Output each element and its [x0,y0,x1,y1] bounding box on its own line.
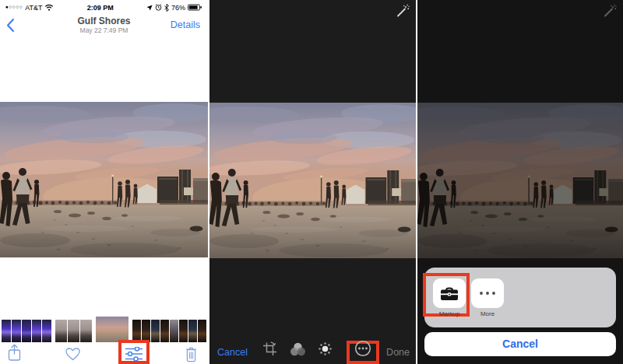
status-time: 2:09 PM [54,4,146,12]
thumbnail[interactable] [22,320,31,342]
thumbnail[interactable] [160,320,169,342]
thumbnail[interactable] [179,320,188,342]
favorite-button[interactable] [65,348,80,364]
location-arrow-icon [146,5,153,11]
photo-date-subtitle: May 22 7:49 PM [31,26,177,34]
wifi-icon [44,4,54,11]
thumbnail[interactable] [55,320,67,342]
status-left-cluster: ●○○○○ AT&T [5,4,54,12]
done-button[interactable]: Done [386,347,410,358]
more-extension-button[interactable] [471,278,504,308]
filters-button[interactable] [290,342,306,359]
beach-photo [209,103,416,258]
chevron-left-icon [6,18,15,33]
crop-icon [262,341,277,356]
carrier-label: AT&T [25,4,42,12]
markup-extension-button[interactable] [433,278,466,308]
battery-percent: 76% [171,4,185,12]
photo-editor-panel: Cancel [208,0,416,364]
thumbnail[interactable] [32,320,41,342]
photos-viewer-panel: ●○○○○ AT&T 2:09 PM [0,0,208,364]
nav-bar: Gulf Shores May 22 7:49 PM Details [0,15,208,36]
signal-dots: ●○○○○ [5,4,23,9]
heart-icon [65,348,80,361]
bluetooth-icon [164,4,169,12]
thumbnail[interactable] [12,320,21,342]
delete-button[interactable] [185,346,197,364]
adjust-icon [318,341,333,356]
toolbox-icon [439,285,459,302]
magic-wand-icon [396,4,410,18]
screenshot: ●○○○○ AT&T 2:09 PM [0,0,623,364]
thumbnail[interactable] [2,320,11,342]
ellipsis-icon [477,290,498,296]
auto-enhance-button[interactable] [396,4,410,21]
more-button[interactable] [354,340,371,360]
thumbnail-selected[interactable] [96,317,128,342]
beach-photo [417,103,623,258]
status-bar: ●○○○○ AT&T 2:09 PM [0,0,208,15]
ellipsis-circle-icon [354,340,371,357]
thumbnail[interactable] [80,320,92,342]
alarm-icon [155,4,162,11]
battery-icon [188,4,202,11]
adjust-button[interactable] [318,341,333,359]
sliders-icon [125,347,143,361]
back-button[interactable] [6,18,17,33]
photo-title: Gulf Shores [31,16,177,26]
share-icon [8,344,21,362]
magic-wand-icon [603,4,617,18]
share-button[interactable] [8,344,21,364]
edit-button[interactable] [125,347,143,364]
cancel-button[interactable]: Cancel [217,347,248,358]
markup-label: Markup [425,310,473,317]
filters-icon [290,342,306,356]
extension-picker-panel: Markup More Cancel [416,0,623,364]
thumbnail[interactable] [198,320,206,342]
thumbnail[interactable] [151,320,160,342]
sheet-cancel-button[interactable]: Cancel [424,332,616,356]
thumbnail-strip [2,317,207,342]
status-right-cluster: 76% [146,4,202,12]
crop-button[interactable] [262,341,277,359]
beach-photo[interactable] [0,102,208,257]
auto-enhance-button[interactable] [603,4,617,21]
thumbnail[interactable] [42,320,51,342]
thumbnail[interactable] [170,320,178,342]
edit-toolbar: Cancel [209,340,416,364]
thumbnail[interactable] [132,320,141,342]
trash-icon [185,346,197,362]
thumbnail[interactable] [68,320,79,342]
details-button[interactable]: Details [171,19,200,30]
thumbnail[interactable] [188,320,197,342]
nav-titles: Gulf Shores May 22 7:49 PM [31,16,177,34]
thumbnail[interactable] [142,320,150,342]
